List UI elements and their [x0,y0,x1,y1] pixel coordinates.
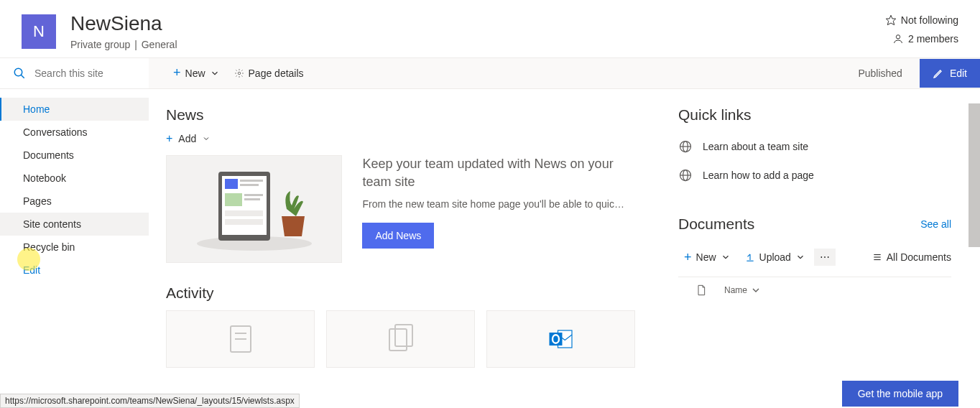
news-row: Keep your team updated with News on your… [166,155,635,263]
docs-view-label: All Documents [887,251,951,263]
news-promo-title: Keep your team updated with News on your… [362,155,635,191]
svg-rect-20 [395,325,412,346]
members-label: 2 members [908,33,958,45]
page-icon [223,322,258,356]
command-bar: + New Page details Published Edit [0,57,980,89]
edit-page-button[interactable]: Edit [920,59,980,88]
new-button[interactable]: + New [166,58,227,88]
group-type: Private group [70,39,130,50]
nav-home[interactable]: Home [0,98,149,121]
globe-icon [678,168,693,182]
tablet-plant-illustration [190,166,319,252]
svg-line-3 [21,75,24,78]
page-details-button[interactable]: Page details [227,58,311,88]
svg-marker-0 [886,15,895,24]
see-all-link[interactable]: See all [920,218,951,230]
add-label: Add [178,133,196,144]
file-icon [695,284,707,296]
svg-rect-19 [389,329,407,351]
follow-toggle[interactable]: Not following [885,14,958,26]
plus-icon: + [684,250,692,265]
documents-header: Documents See all [678,215,951,233]
chevron-down-icon [795,252,805,262]
column-name[interactable]: Name [724,284,762,296]
person-icon [892,33,904,45]
news-text: Keep your team updated with News on your… [362,155,635,249]
documents-section: Documents See all + New Upload [678,215,951,303]
docs-upload-label: Upload [759,251,791,263]
page-details-label: Page details [249,68,304,79]
svg-rect-8 [225,179,238,189]
svg-point-4 [238,72,241,75]
published-label: Published [858,68,910,79]
activity-card[interactable] [166,310,315,368]
main-column: News + Add [166,106,635,391]
search-box[interactable] [0,58,149,88]
nav-site-contents[interactable]: Site contents [0,213,149,236]
left-nav: Home Conversations Documents Notebook Pa… [0,89,149,391]
news-illustration [166,155,342,263]
chevron-down-icon [750,284,762,296]
get-mobile-app-button[interactable]: Get the mobile app [842,381,958,407]
quicklink-item[interactable]: Learn how to add a page [678,161,951,190]
site-header: N NewSiena Private group | General Not f… [0,0,980,57]
header-actions: Not following 2 members [885,11,958,45]
documents-title: Documents [678,215,754,233]
quicklink-label: Learn about a team site [703,141,808,152]
search-input[interactable] [34,68,135,79]
star-icon [885,14,897,26]
nav-recycle-bin[interactable]: Recycle bin [0,236,149,259]
body: Home Conversations Documents Notebook Pa… [0,89,980,391]
plus-icon: + [166,132,172,145]
svg-rect-11 [225,193,242,206]
nav-conversations[interactable]: Conversations [0,121,149,144]
nav-pages[interactable]: Pages [0,190,149,213]
nav-edit[interactable]: Edit [0,259,149,282]
nav-notebook[interactable]: Notebook [0,167,149,190]
search-icon [13,67,26,80]
site-subtitle: Private group | General [70,39,885,50]
chevron-down-icon [721,252,731,262]
svg-rect-15 [225,219,263,225]
content-area: News + Add [149,89,980,391]
site-info: NewSiena Private group | General [70,11,885,50]
members-link[interactable]: 2 members [892,33,958,45]
command-bar-right: Published Edit [858,59,980,88]
gear-icon [234,68,244,78]
docs-new-button[interactable]: + New [678,247,736,268]
channel-name[interactable]: General [142,39,177,50]
docs-more-button[interactable]: ⋯ [814,249,836,266]
plus-icon: + [173,65,181,80]
svg-rect-13 [244,198,260,200]
svg-point-2 [14,68,22,76]
pages-icon [384,322,418,356]
edit-label: Edit [950,68,967,79]
ellipsis-icon: ⋯ [820,251,830,263]
quicklink-item[interactable]: Learn about a team site [678,132,951,161]
side-column: Quick links Learn about a team site Lear… [678,106,951,391]
svg-rect-10 [240,184,259,186]
column-name-label: Name [724,285,747,295]
site-logo[interactable]: N [22,14,56,49]
chevron-down-icon [202,134,211,143]
list-icon [872,252,882,262]
quicklinks-list: Learn about a team site Learn how to add… [678,132,951,190]
quicklink-label: Learn how to add a page [703,170,814,181]
activity-title: Activity [166,284,635,302]
new-label: New [185,68,205,79]
activity-card[interactable] [326,310,475,368]
activity-card[interactable] [486,310,635,368]
add-news-button[interactable]: Add News [362,223,434,249]
status-bar-url: https://microsoft.sharepoint.com/teams/N… [0,394,300,408]
quicklinks-title: Quick links [678,106,951,124]
add-news-link[interactable]: + Add [166,132,211,145]
pencil-icon [933,68,944,79]
docs-view-button[interactable]: All Documents [872,251,951,263]
news-promo-body: From the new team site home page you'll … [362,198,635,210]
follow-label: Not following [901,14,958,26]
nav-documents[interactable]: Documents [0,144,149,167]
site-title[interactable]: NewSiena [70,11,885,36]
docs-upload-button[interactable]: Upload [739,249,811,266]
svg-rect-9 [240,180,263,182]
scrollbar[interactable] [969,103,980,247]
